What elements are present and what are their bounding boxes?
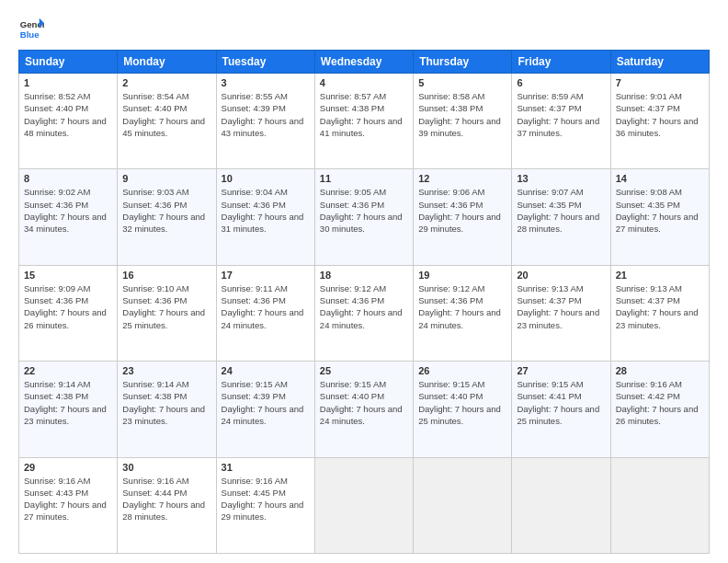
week-row-5: 29 Sunrise: 9:16 AM Sunset: 4:43 PM Dayl… bbox=[19, 457, 710, 553]
day-cell: 13 Sunrise: 9:07 AM Sunset: 4:35 PM Dayl… bbox=[512, 169, 610, 265]
day-cell: 9 Sunrise: 9:03 AM Sunset: 4:36 PM Dayli… bbox=[118, 169, 216, 265]
day-number: 21 bbox=[616, 270, 704, 281]
day-info: Sunrise: 9:05 AM Sunset: 4:36 PM Dayligh… bbox=[320, 186, 408, 235]
day-info: Sunrise: 9:15 AM Sunset: 4:40 PM Dayligh… bbox=[418, 378, 506, 427]
day-info: Sunrise: 9:03 AM Sunset: 4:36 PM Dayligh… bbox=[122, 186, 210, 235]
col-header-friday: Friday bbox=[512, 51, 610, 74]
day-info: Sunrise: 9:15 AM Sunset: 4:41 PM Dayligh… bbox=[517, 378, 605, 427]
day-number: 5 bbox=[418, 77, 506, 88]
day-info: Sunrise: 9:14 AM Sunset: 4:38 PM Dayligh… bbox=[122, 378, 210, 427]
day-number: 13 bbox=[517, 173, 605, 184]
day-cell: 30 Sunrise: 9:16 AM Sunset: 4:44 PM Dayl… bbox=[118, 457, 216, 553]
day-number: 1 bbox=[24, 77, 112, 88]
col-header-sunday: Sunday bbox=[19, 51, 118, 74]
day-cell: 22 Sunrise: 9:14 AM Sunset: 4:38 PM Dayl… bbox=[19, 362, 118, 457]
day-number: 3 bbox=[222, 77, 310, 88]
col-header-monday: Monday bbox=[118, 51, 216, 74]
day-number: 26 bbox=[418, 365, 506, 376]
day-cell bbox=[610, 457, 709, 553]
day-info: Sunrise: 9:16 AM Sunset: 4:43 PM Dayligh… bbox=[24, 475, 112, 523]
day-number: 31 bbox=[222, 462, 310, 473]
day-number: 16 bbox=[122, 270, 210, 281]
day-cell: 15 Sunrise: 9:09 AM Sunset: 4:36 PM Dayl… bbox=[19, 265, 118, 361]
day-number: 4 bbox=[320, 77, 408, 88]
day-info: Sunrise: 8:57 AM Sunset: 4:38 PM Dayligh… bbox=[320, 90, 408, 139]
day-info: Sunrise: 9:16 AM Sunset: 4:45 PM Dayligh… bbox=[222, 475, 310, 523]
day-info: Sunrise: 9:13 AM Sunset: 4:37 PM Dayligh… bbox=[517, 282, 605, 331]
day-info: Sunrise: 9:02 AM Sunset: 4:36 PM Dayligh… bbox=[24, 186, 112, 235]
day-number: 19 bbox=[418, 270, 506, 281]
day-number: 7 bbox=[616, 77, 704, 88]
page: General Blue SundayMondayTuesdayWednesda… bbox=[0, 0, 728, 563]
day-number: 17 bbox=[222, 270, 310, 281]
day-cell bbox=[512, 457, 610, 553]
day-number: 8 bbox=[24, 173, 112, 184]
day-cell: 19 Sunrise: 9:12 AM Sunset: 4:36 PM Dayl… bbox=[414, 265, 512, 361]
day-cell: 24 Sunrise: 9:15 AM Sunset: 4:39 PM Dayl… bbox=[216, 362, 314, 457]
col-header-tuesday: Tuesday bbox=[216, 51, 314, 74]
day-cell: 18 Sunrise: 9:12 AM Sunset: 4:36 PM Dayl… bbox=[314, 265, 413, 361]
day-cell bbox=[314, 457, 413, 553]
day-info: Sunrise: 8:59 AM Sunset: 4:37 PM Dayligh… bbox=[517, 90, 605, 139]
day-number: 24 bbox=[222, 365, 310, 376]
day-cell: 31 Sunrise: 9:16 AM Sunset: 4:45 PM Dayl… bbox=[216, 457, 314, 553]
header: General Blue bbox=[18, 17, 710, 42]
col-header-thursday: Thursday bbox=[414, 51, 512, 74]
day-number: 18 bbox=[320, 270, 408, 281]
week-row-2: 8 Sunrise: 9:02 AM Sunset: 4:36 PM Dayli… bbox=[19, 169, 710, 265]
day-cell: 28 Sunrise: 9:16 AM Sunset: 4:42 PM Dayl… bbox=[610, 362, 709, 457]
day-cell: 6 Sunrise: 8:59 AM Sunset: 4:37 PM Dayli… bbox=[512, 74, 610, 169]
day-cell: 25 Sunrise: 9:15 AM Sunset: 4:40 PM Dayl… bbox=[314, 362, 413, 457]
logo: General Blue bbox=[18, 17, 44, 42]
day-cell: 16 Sunrise: 9:10 AM Sunset: 4:36 PM Dayl… bbox=[118, 265, 216, 361]
day-cell: 27 Sunrise: 9:15 AM Sunset: 4:41 PM Dayl… bbox=[512, 362, 610, 457]
day-cell: 2 Sunrise: 8:54 AM Sunset: 4:40 PM Dayli… bbox=[118, 74, 216, 169]
day-info: Sunrise: 8:54 AM Sunset: 4:40 PM Dayligh… bbox=[122, 90, 210, 139]
day-number: 27 bbox=[517, 365, 605, 376]
day-cell: 23 Sunrise: 9:14 AM Sunset: 4:38 PM Dayl… bbox=[118, 362, 216, 457]
day-info: Sunrise: 9:15 AM Sunset: 4:40 PM Dayligh… bbox=[320, 378, 408, 427]
day-number: 14 bbox=[616, 173, 704, 184]
day-cell: 1 Sunrise: 8:52 AM Sunset: 4:40 PM Dayli… bbox=[19, 74, 118, 169]
day-info: Sunrise: 9:06 AM Sunset: 4:36 PM Dayligh… bbox=[418, 186, 506, 235]
week-row-4: 22 Sunrise: 9:14 AM Sunset: 4:38 PM Dayl… bbox=[19, 362, 710, 457]
day-number: 11 bbox=[320, 173, 408, 184]
day-info: Sunrise: 8:52 AM Sunset: 4:40 PM Dayligh… bbox=[24, 90, 112, 139]
day-cell: 21 Sunrise: 9:13 AM Sunset: 4:37 PM Dayl… bbox=[610, 265, 709, 361]
day-number: 2 bbox=[122, 77, 210, 88]
day-cell: 29 Sunrise: 9:16 AM Sunset: 4:43 PM Dayl… bbox=[19, 457, 118, 553]
day-cell: 12 Sunrise: 9:06 AM Sunset: 4:36 PM Dayl… bbox=[414, 169, 512, 265]
day-info: Sunrise: 9:14 AM Sunset: 4:38 PM Dayligh… bbox=[24, 378, 112, 427]
day-cell: 4 Sunrise: 8:57 AM Sunset: 4:38 PM Dayli… bbox=[314, 74, 413, 169]
day-info: Sunrise: 9:09 AM Sunset: 4:36 PM Dayligh… bbox=[24, 282, 112, 331]
day-number: 9 bbox=[122, 173, 210, 184]
day-number: 12 bbox=[418, 173, 506, 184]
day-info: Sunrise: 9:13 AM Sunset: 4:37 PM Dayligh… bbox=[616, 282, 704, 331]
day-number: 25 bbox=[320, 365, 408, 376]
day-cell: 26 Sunrise: 9:15 AM Sunset: 4:40 PM Dayl… bbox=[414, 362, 512, 457]
day-number: 22 bbox=[24, 365, 112, 376]
svg-text:Blue: Blue bbox=[20, 29, 40, 40]
day-info: Sunrise: 9:12 AM Sunset: 4:36 PM Dayligh… bbox=[320, 282, 408, 331]
day-info: Sunrise: 9:16 AM Sunset: 4:42 PM Dayligh… bbox=[616, 378, 704, 427]
day-number: 30 bbox=[122, 462, 210, 473]
day-info: Sunrise: 9:11 AM Sunset: 4:36 PM Dayligh… bbox=[222, 282, 310, 331]
day-info: Sunrise: 9:08 AM Sunset: 4:35 PM Dayligh… bbox=[616, 186, 704, 235]
day-info: Sunrise: 9:07 AM Sunset: 4:35 PM Dayligh… bbox=[517, 186, 605, 235]
day-cell: 7 Sunrise: 9:01 AM Sunset: 4:37 PM Dayli… bbox=[610, 74, 709, 169]
day-cell: 5 Sunrise: 8:58 AM Sunset: 4:38 PM Dayli… bbox=[414, 74, 512, 169]
day-cell: 3 Sunrise: 8:55 AM Sunset: 4:39 PM Dayli… bbox=[216, 74, 314, 169]
day-cell: 8 Sunrise: 9:02 AM Sunset: 4:36 PM Dayli… bbox=[19, 169, 118, 265]
day-cell: 14 Sunrise: 9:08 AM Sunset: 4:35 PM Dayl… bbox=[610, 169, 709, 265]
day-number: 6 bbox=[517, 77, 605, 88]
day-number: 10 bbox=[222, 173, 310, 184]
day-cell bbox=[414, 457, 512, 553]
day-cell: 17 Sunrise: 9:11 AM Sunset: 4:36 PM Dayl… bbox=[216, 265, 314, 361]
day-cell: 11 Sunrise: 9:05 AM Sunset: 4:36 PM Dayl… bbox=[314, 169, 413, 265]
day-cell: 10 Sunrise: 9:04 AM Sunset: 4:36 PM Dayl… bbox=[216, 169, 314, 265]
header-row: SundayMondayTuesdayWednesdayThursdayFrid… bbox=[19, 51, 710, 74]
week-row-1: 1 Sunrise: 8:52 AM Sunset: 4:40 PM Dayli… bbox=[19, 74, 710, 169]
day-number: 28 bbox=[616, 365, 704, 376]
day-info: Sunrise: 9:15 AM Sunset: 4:39 PM Dayligh… bbox=[222, 378, 310, 427]
day-number: 15 bbox=[24, 270, 112, 281]
